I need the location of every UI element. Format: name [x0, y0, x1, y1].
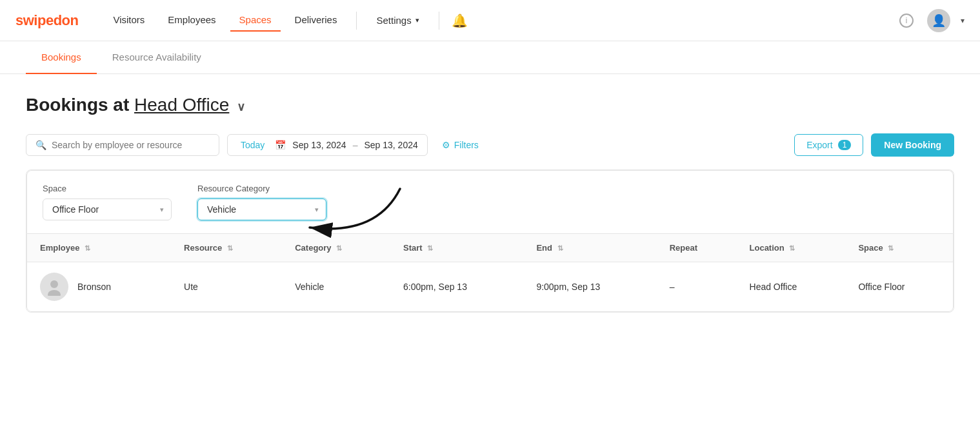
bell-icon: 🔔: [452, 13, 468, 28]
col-space-sort-icon: ⇅: [888, 244, 894, 252]
col-start-sort-icon: ⇅: [427, 244, 433, 252]
search-input[interactable]: [52, 140, 210, 150]
calendar-icon: 📅: [275, 140, 286, 150]
nav-divider-2: [439, 12, 439, 30]
col-end-sort-icon: ⇅: [557, 244, 563, 252]
tabs-bar: Bookings Resource Availability: [0, 41, 980, 74]
main-nav: Visitors Employees Spaces Deliveries Set…: [104, 9, 896, 32]
space-filter-label: Space: [43, 184, 172, 193]
info-icon-btn[interactable]: i: [896, 10, 917, 31]
nav-settings[interactable]: Settings ▾: [367, 10, 428, 31]
avatar[interactable]: 👤: [927, 9, 950, 32]
header: swipedon Visitors Employees Spaces Deliv…: [0, 0, 980, 41]
col-employee-label: Employee: [40, 243, 79, 253]
nav-deliveries[interactable]: Deliveries: [286, 9, 346, 32]
employee-cell: Bronson: [40, 273, 158, 301]
notifications-icon-btn[interactable]: 🔔: [450, 10, 470, 31]
col-start-label: Start: [403, 243, 423, 253]
main-content: Bookings Resource Availability Bookings …: [0, 41, 980, 435]
filter-table-section: Space Office Floor Meeting Room Conferen…: [26, 169, 954, 313]
category-filter-label: Resource Category: [197, 184, 326, 193]
col-resource-sort-icon: ⇅: [227, 244, 233, 252]
new-booking-button[interactable]: New Booking: [871, 133, 954, 157]
avatar-image: 👤: [932, 14, 946, 28]
date-picker[interactable]: Today 📅 Sep 13, 2024 – Sep 13, 2024: [227, 134, 428, 156]
col-end[interactable]: End ⇅: [523, 234, 656, 262]
col-employee-sort-icon: ⇅: [85, 244, 90, 252]
col-repeat: Repeat: [657, 234, 737, 262]
col-location-sort-icon: ⇅: [789, 244, 795, 252]
nav-visitors[interactable]: Visitors: [104, 9, 154, 32]
svg-point-2: [48, 290, 61, 296]
page-body: Bookings at Head Office ∨ 🔍 Today 📅 Sep …: [0, 74, 980, 333]
date-separator: –: [353, 140, 358, 150]
col-category-sort-icon: ⇅: [336, 244, 342, 252]
cell-space: Office Floor: [845, 262, 953, 312]
settings-chevron-icon: ▾: [415, 16, 419, 24]
col-category[interactable]: Category ⇅: [282, 234, 390, 262]
nav-divider: [356, 12, 357, 30]
page-title-at: at: [113, 95, 134, 115]
cell-end: 9:00pm, Sep 13: [523, 262, 656, 312]
tab-bookings[interactable]: Bookings: [26, 41, 97, 74]
col-resource-label: Resource: [184, 243, 222, 253]
date-from: Sep 13, 2024: [292, 140, 346, 150]
bookings-table-container: Employee ⇅ Resource ⇅ Category ⇅: [26, 233, 954, 312]
avatar-caret-icon[interactable]: ▾: [961, 16, 965, 25]
page-title-bold: Bookings: [26, 95, 108, 115]
avatar-icon: [45, 278, 63, 296]
category-select[interactable]: Vehicle Desk Room Equipment: [197, 198, 326, 220]
col-start[interactable]: Start ⇅: [390, 234, 523, 262]
location-caret-icon[interactable]: ∨: [237, 101, 245, 113]
nav-employees[interactable]: Employees: [159, 9, 225, 32]
location-selector[interactable]: Head Office: [134, 95, 229, 115]
col-employee[interactable]: Employee ⇅: [27, 234, 171, 262]
employee-name: Bronson: [77, 282, 111, 292]
tab-resource-availability[interactable]: Resource Availability: [97, 41, 217, 74]
filter-table-wrapper: Space Office Floor Meeting Room Conferen…: [26, 169, 954, 313]
col-resource[interactable]: Resource ⇅: [171, 234, 282, 262]
category-select-wrapper: Vehicle Desk Room Equipment ▾: [197, 198, 326, 220]
col-location[interactable]: Location ⇅: [737, 234, 846, 262]
search-box: 🔍: [26, 134, 219, 156]
col-category-label: Category: [295, 243, 331, 253]
space-select[interactable]: Office Floor Meeting Room Conference Hal…: [43, 198, 172, 220]
filter-row: Space Office Floor Meeting Room Conferen…: [26, 170, 954, 233]
col-space[interactable]: Space ⇅: [845, 234, 953, 262]
cell-repeat: –: [657, 262, 737, 312]
table-body: Bronson Ute Vehicle 6:00pm, Sep 13 9:00p…: [27, 262, 953, 312]
table-header: Employee ⇅ Resource ⇅ Category ⇅: [27, 234, 953, 262]
col-repeat-label: Repeat: [670, 243, 697, 253]
date-to: Sep 13, 2024: [364, 140, 417, 150]
toolbar: 🔍 Today 📅 Sep 13, 2024 – Sep 13, 2024 ⚙ …: [26, 133, 954, 157]
space-select-wrapper: Office Floor Meeting Room Conference Hal…: [43, 198, 172, 220]
search-icon: 🔍: [35, 140, 46, 150]
filter-icon: ⚙: [442, 140, 450, 150]
page-title: Bookings at Head Office ∨: [26, 95, 954, 115]
cell-resource: Ute: [171, 262, 282, 312]
cell-start: 6:00pm, Sep 13: [390, 262, 523, 312]
col-end-label: End: [536, 243, 552, 253]
cell-location: Head Office: [737, 262, 846, 312]
table-row: Bronson Ute Vehicle 6:00pm, Sep 13 9:00p…: [27, 262, 953, 312]
category-filter-group: Resource Category Vehicle Desk Room Equi…: [197, 184, 326, 220]
info-icon: i: [899, 14, 914, 28]
logo[interactable]: swipedon: [15, 12, 78, 29]
filters-label: Filters: [454, 140, 479, 150]
export-label: Export: [806, 140, 832, 150]
svg-point-1: [50, 280, 58, 288]
export-badge: 1: [838, 140, 852, 150]
space-filter-group: Space Office Floor Meeting Room Conferen…: [43, 184, 172, 220]
export-button[interactable]: Export 1: [794, 134, 863, 156]
settings-label: Settings: [376, 15, 411, 26]
logo-text: swipedon: [15, 12, 78, 28]
cell-employee: Bronson: [27, 262, 171, 312]
cell-category: Vehicle: [282, 262, 390, 312]
nav-spaces[interactable]: Spaces: [230, 9, 281, 32]
today-button[interactable]: Today: [237, 140, 268, 150]
header-right: i 👤 ▾: [896, 9, 965, 32]
filters-button[interactable]: ⚙ Filters: [435, 135, 485, 155]
employee-avatar: [40, 273, 68, 301]
col-space-label: Space: [858, 243, 883, 253]
bookings-table: Employee ⇅ Resource ⇅ Category ⇅: [27, 234, 953, 311]
